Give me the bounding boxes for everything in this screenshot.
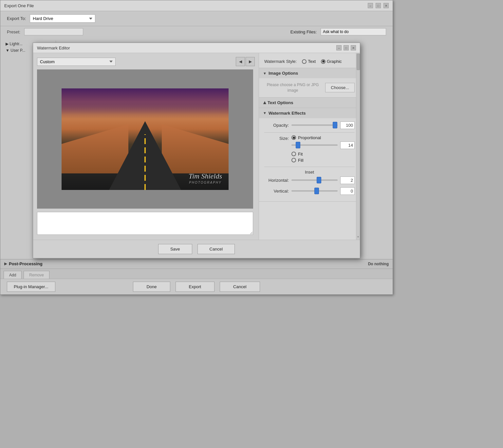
done-button[interactable]: Done — [133, 282, 170, 292]
inset-title: Inset — [264, 170, 355, 175]
horizontal-label: Horizontal: — [264, 178, 289, 183]
size-slider-container — [291, 142, 338, 148]
size-fill-label: Fill — [298, 158, 304, 163]
main-bottom-bar: Plug-in Manager... Done Export Cancel — [0, 279, 393, 294]
wm-prev-btn[interactable]: ◀ — [236, 57, 245, 66]
plugin-manager-button[interactable]: Plug-in Manager... — [7, 282, 55, 292]
export-maximize-btn[interactable]: □ — [376, 3, 381, 8]
wm-image-options-header[interactable]: ▼ Image Options — [259, 68, 360, 78]
wm-signature-sub: PHOTOGRAPHY — [189, 181, 222, 185]
size-slider-track — [291, 144, 338, 146]
export-titlebar-controls: – □ ✕ — [368, 3, 389, 8]
preset-input[interactable] — [24, 28, 83, 35]
wm-right-panel: Watermark Style: Text Graphic ▼ Image — [259, 53, 360, 240]
wm-next-btn[interactable]: ▶ — [246, 57, 255, 66]
wm-style-row: Watermark Style: Text Graphic — [259, 56, 360, 68]
wm-save-button[interactable]: Save — [158, 244, 192, 254]
wm-style-graphic-label: Graphic — [327, 59, 342, 64]
right-panel-scrollbar[interactable]: ▼ — [356, 53, 360, 240]
size-slider-thumb[interactable] — [296, 142, 300, 148]
existing-files-label: Existing Files: — [290, 29, 317, 34]
wm-close-btn[interactable]: ✕ — [351, 45, 356, 50]
size-value[interactable]: 14 — [340, 141, 355, 149]
export-toolbar: Export To: Hard Drive — [0, 11, 393, 26]
wm-text-options-section: ▶ Text Options — [259, 98, 360, 108]
wm-signature-name: Tim Shields — [189, 172, 222, 180]
do-nothing-label: Do nothing — [368, 262, 389, 266]
text-options-arrow: ▶ — [262, 101, 267, 104]
sky-overlay — [62, 88, 229, 115]
cancel-main-button[interactable]: Cancel — [220, 282, 260, 292]
wm-cancel-button[interactable]: Cancel — [197, 244, 235, 254]
opacity-slider-track — [291, 124, 338, 126]
wm-text-options-header[interactable]: ▶ Text Options — [259, 98, 360, 108]
horizontal-slider-thumb[interactable] — [317, 177, 321, 183]
vertical-slider-thumb[interactable] — [314, 188, 319, 194]
post-processing-arrow: ▶ — [4, 262, 7, 266]
size-options: Proportional 14 — [291, 135, 355, 164]
opacity-value[interactable]: 100 — [340, 121, 355, 129]
wm-top-controls: Custom ◀ ▶ — [37, 57, 255, 66]
size-slider-row: 14 — [291, 141, 355, 149]
opacity-row: Opacity: 100 — [264, 121, 355, 129]
size-fit-label: Fit — [298, 152, 303, 157]
size-proportional-radio[interactable] — [291, 135, 296, 140]
effects-arrow: ▼ — [263, 111, 267, 115]
wm-effects-body: Opacity: 100 Size: — [259, 118, 360, 201]
export-close-btn[interactable]: ✕ — [383, 3, 389, 8]
post-processing-bar: ▶ Post-Processing Do nothing — [0, 259, 393, 268]
size-label: Size: — [264, 135, 289, 141]
wm-style-text-radio[interactable] — [302, 59, 307, 64]
horizontal-slider-container — [291, 177, 338, 183]
wm-effects-header[interactable]: ▼ Watermark Effects — [259, 108, 360, 118]
vertical-slider-track — [291, 190, 338, 192]
size-fill-row: Fill — [291, 158, 355, 163]
wm-footer: Save Cancel — [33, 240, 360, 258]
wm-preview-image: Tim Shields PHOTOGRAPHY — [62, 88, 229, 190]
export-title: Export One File — [4, 3, 34, 8]
export-button[interactable]: Export — [176, 282, 215, 292]
wm-title: Watermark Editor — [37, 46, 70, 50]
vertical-row: Vertical: 0 — [264, 187, 355, 195]
scrollbar-thumb[interactable] — [357, 54, 360, 70]
text-options-title: Text Options — [268, 100, 293, 105]
horizontal-slider-track — [291, 179, 338, 181]
vertical-value[interactable]: 0 — [340, 187, 355, 195]
horizontal-row: Horizontal: 2 — [264, 177, 355, 184]
vertical-label: Vertical: — [264, 189, 289, 194]
wm-style-graphic-radio[interactable] — [321, 59, 326, 64]
effects-title: Watermark Effects — [269, 111, 306, 116]
export-to-select[interactable]: Hard Drive — [30, 14, 95, 23]
export-titlebar: Export One File – □ ✕ — [0, 0, 393, 11]
wm-body: Custom ◀ ▶ — [33, 53, 360, 240]
remove-button[interactable]: Remove — [24, 271, 49, 279]
existing-files-input[interactable] — [321, 28, 386, 35]
preset-label: Preset: — [7, 29, 20, 34]
wm-nav-buttons: ◀ ▶ — [236, 57, 255, 66]
scroll-down-indicator: ▼ — [356, 235, 360, 238]
opacity-slider-thumb[interactable] — [333, 122, 337, 128]
wm-style-text-label: Text — [308, 59, 316, 64]
opacity-slider-container — [291, 122, 338, 128]
wm-maximize-btn[interactable]: □ — [344, 45, 349, 50]
wm-style-graphic-option[interactable]: Graphic — [321, 59, 342, 64]
wm-preset-select[interactable]: Custom — [37, 58, 116, 66]
wm-minimize-btn[interactable]: – — [336, 45, 342, 50]
size-row: Size: Proportional — [264, 135, 355, 164]
size-fill-radio[interactable] — [291, 158, 296, 162]
wm-style-text-option[interactable]: Text — [302, 59, 316, 64]
wm-style-radio-group: Text Graphic — [302, 59, 342, 64]
image-options-arrow: ▼ — [263, 71, 267, 75]
add-button[interactable]: Add — [4, 271, 22, 279]
size-fit-radio[interactable] — [291, 152, 296, 156]
horizontal-value[interactable]: 2 — [340, 177, 355, 184]
choose-button[interactable]: Choose... — [325, 83, 355, 92]
size-proportional-label: Proportional — [298, 135, 321, 140]
export-to-label: Export To: — [7, 16, 26, 21]
png-label: Please choose a PNG or JPG image — [264, 82, 321, 93]
export-minimize-btn[interactable]: – — [368, 3, 373, 8]
wm-titlebar-controls: – □ ✕ — [336, 45, 356, 50]
wm-image-options-section: ▼ Image Options Please choose a PNG or J… — [259, 68, 360, 98]
wm-text-area[interactable] — [37, 212, 253, 235]
wm-titlebar: Watermark Editor – □ ✕ — [33, 43, 360, 53]
